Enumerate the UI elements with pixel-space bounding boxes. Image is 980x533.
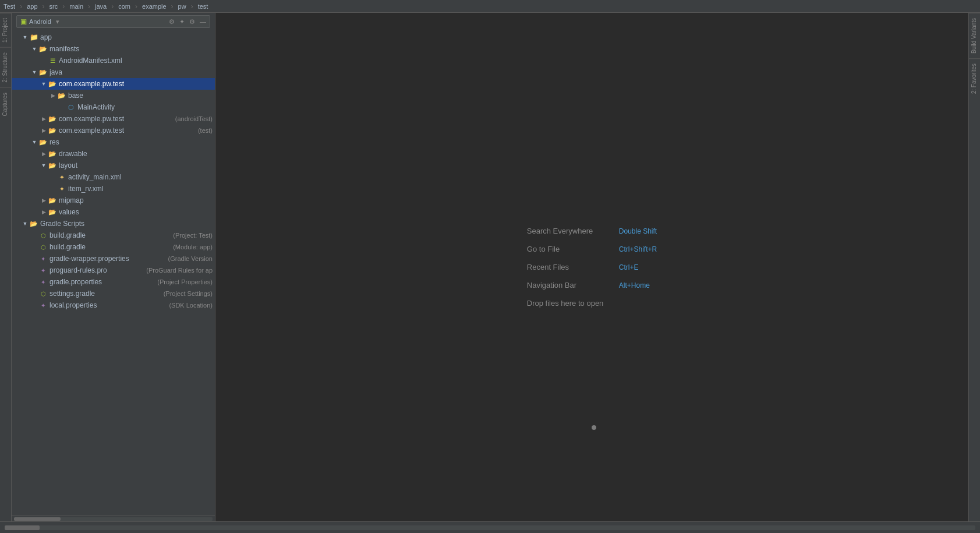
hint-label-goto: Go to File xyxy=(527,245,614,253)
xml-icon-androidmanifest: ☰ xyxy=(48,56,57,65)
breadcrumb-main[interactable]: main xyxy=(69,3,83,10)
arrow-package-test: ▶ xyxy=(40,126,48,135)
gradle-icon-settings: ⬡ xyxy=(38,289,48,298)
tree-item-local-properties[interactable]: ✦ local.properties (SDK Location) xyxy=(12,299,215,311)
folder-icon-drawable: 📂 xyxy=(48,149,57,158)
breadcrumb-app[interactable]: app xyxy=(27,3,37,10)
tree-label-java: java xyxy=(49,68,213,76)
tree-item-mainactivity[interactable]: ⬡ MainActivity xyxy=(12,101,215,113)
right-label-build-variants[interactable]: Build Variants xyxy=(969,13,980,58)
side-label-captures[interactable]: Captures xyxy=(0,87,11,121)
properties-icon-gradle-properties: ✦ xyxy=(38,277,48,287)
tree-item-app[interactable]: ▼ 📁 app xyxy=(12,31,215,43)
tree-label-values: values xyxy=(59,208,213,216)
tree-item-gradle-properties[interactable]: ✦ gradle.properties (Project Properties) xyxy=(12,276,215,288)
side-panels-left: 1: Project 2: Structure Captures xyxy=(0,13,12,521)
android-selector-label: Android xyxy=(29,18,51,25)
arrow-proguard xyxy=(30,266,38,274)
side-label-project[interactable]: 1: Project xyxy=(0,13,11,47)
tree-item-build-gradle-project[interactable]: ⬡ build.gradle (Project: Test) xyxy=(12,230,215,241)
tree-item-proguard[interactable]: ✦ proguard-rules.pro (ProGuard Rules for… xyxy=(12,264,215,276)
tree-item-activity-main-xml[interactable]: ✦ activity_main.xml xyxy=(12,171,215,183)
arrow-settings-gradle xyxy=(30,290,38,298)
arrow-layout: ▼ xyxy=(40,161,48,170)
arrow-java: ▼ xyxy=(30,68,38,76)
tree-label-secondary-build-project: (Project: Test) xyxy=(173,232,213,239)
side-label-structure[interactable]: 2: Structure xyxy=(0,47,11,87)
tree-item-drawable[interactable]: ▶ 📂 drawable xyxy=(12,148,215,160)
arrow-local-properties xyxy=(30,301,38,309)
hint-label-search: Search Everywhere xyxy=(527,227,614,235)
tree-item-java[interactable]: ▼ 📂 java xyxy=(12,66,215,78)
breadcrumb-com[interactable]: com xyxy=(118,3,130,10)
arrow-gradle-scripts: ▼ xyxy=(21,220,29,228)
folder-icon-manifests: 📂 xyxy=(38,44,48,54)
tree-label-activity-main-xml: activity_main.xml xyxy=(68,173,213,181)
gradle-scripts-icon: 📂 xyxy=(29,219,38,228)
bottom-scrollbar-thumb[interactable] xyxy=(5,525,40,530)
tree-item-gradle-scripts[interactable]: ▼ 📂 Gradle Scripts xyxy=(12,218,215,230)
hint-drop-label: Drop files here to open xyxy=(527,299,604,308)
right-label-favorites[interactable]: 2: Favorites xyxy=(969,58,980,98)
breadcrumb-bar: Test › app › src › main › java › com › e… xyxy=(0,0,980,13)
tree-item-package-androidtest[interactable]: ▶ 📂 com.example.pw.test (androidTest) xyxy=(12,113,215,125)
breadcrumb-pw[interactable]: pw xyxy=(178,3,186,10)
android-selector[interactable]: ▣ Android ▾ ⚙ ✦ ⚙ — xyxy=(16,15,210,28)
tree-label-res: res xyxy=(49,138,213,146)
tree-label-base: base xyxy=(68,91,213,100)
panel-action-collapse[interactable]: — xyxy=(200,18,206,25)
folder-icon-layout: 📂 xyxy=(48,161,57,170)
tree-item-gradle-wrapper[interactable]: ✦ gradle-wrapper.properties (Gradle Vers… xyxy=(12,253,215,264)
breadcrumb-test[interactable]: Test xyxy=(3,3,15,10)
hint-row-search: Search Everywhere Double Shift xyxy=(527,227,657,235)
folder-icon-base: 📂 xyxy=(57,91,66,100)
xml-icon-activity-main: ✦ xyxy=(57,172,66,182)
main-content: 1: Project 2: Structure Captures ▣ Andro… xyxy=(0,13,980,521)
arrow-app: ▼ xyxy=(21,33,29,41)
tree-item-item-rv-xml[interactable]: ✦ item_rv.xml xyxy=(12,183,215,195)
breadcrumb-example[interactable]: example xyxy=(142,3,167,10)
breadcrumb-java[interactable]: java xyxy=(95,3,107,10)
tree-label-item-rv-xml: item_rv.xml xyxy=(68,185,213,193)
tree-item-mipmap[interactable]: ▶ 📂 mipmap xyxy=(12,195,215,206)
xml-icon-item-rv: ✦ xyxy=(57,184,66,193)
tree-label-drawable: drawable xyxy=(59,150,213,158)
selector-dropdown-icon: ▾ xyxy=(56,18,59,26)
tree-label-settings-gradle: settings.gradle xyxy=(49,290,161,298)
arrow-base: ▶ xyxy=(49,91,57,100)
arrow-drawable: ▶ xyxy=(40,150,48,158)
tree-label-build-gradle-module: build.gradle xyxy=(49,243,171,251)
panel-action-star[interactable]: ✦ xyxy=(179,18,185,26)
bottom-bar xyxy=(0,521,980,533)
tree-label-secondary-androidtest: (androidTest) xyxy=(175,115,213,122)
panel-action-sync[interactable]: ⚙ xyxy=(169,18,175,26)
panel-action-gear[interactable]: ⚙ xyxy=(189,18,195,26)
tree-item-package-main[interactable]: ▼ 📂 com.example.pw.test xyxy=(12,78,215,90)
editor-hints: Search Everywhere Double Shift Go to Fil… xyxy=(527,227,657,308)
tree-label-mipmap: mipmap xyxy=(59,196,213,204)
tree-item-res[interactable]: ▼ 📂 res xyxy=(12,136,215,148)
folder-icon-mipmap: 📂 xyxy=(48,196,57,205)
arrow-gradle-wrapper xyxy=(30,255,38,263)
project-tree: ▼ 📁 app ▼ 📂 manifests ☰ AndroidManifest.… xyxy=(12,30,215,516)
bottom-scrollbar[interactable] xyxy=(5,525,975,530)
breadcrumb-src[interactable]: src xyxy=(49,3,58,10)
arrow-mipmap: ▶ xyxy=(40,196,48,204)
tree-label-package-main: com.example.pw.test xyxy=(59,80,213,88)
folder-icon-package-test: 📂 xyxy=(48,126,57,135)
tree-label-manifests: manifests xyxy=(49,45,213,53)
tree-item-androidmanifest[interactable]: ☰ AndroidManifest.xml xyxy=(12,55,215,66)
horizontal-scrollbar[interactable] xyxy=(12,516,215,521)
tree-item-manifests[interactable]: ▼ 📂 manifests xyxy=(12,43,215,55)
activity-icon-mainactivity: ⬡ xyxy=(66,103,76,112)
tree-label-secondary-gradle-wrapper: (Gradle Version xyxy=(168,255,213,262)
tree-item-layout[interactable]: ▼ 📂 layout xyxy=(12,160,215,171)
tree-item-values[interactable]: ▶ 📂 values xyxy=(12,206,215,218)
tree-item-settings-gradle[interactable]: ⬡ settings.gradle (Project Settings) xyxy=(12,288,215,299)
tree-item-package-test[interactable]: ▶ 📂 com.example.pw.test (test) xyxy=(12,125,215,136)
tree-item-base[interactable]: ▶ 📂 base xyxy=(12,90,215,101)
tree-label-gradle-scripts: Gradle Scripts xyxy=(40,220,213,228)
folder-icon-res: 📂 xyxy=(38,137,48,147)
breadcrumb-test2[interactable]: test xyxy=(198,3,208,10)
tree-item-build-gradle-module[interactable]: ⬡ build.gradle (Module: app) xyxy=(12,241,215,253)
